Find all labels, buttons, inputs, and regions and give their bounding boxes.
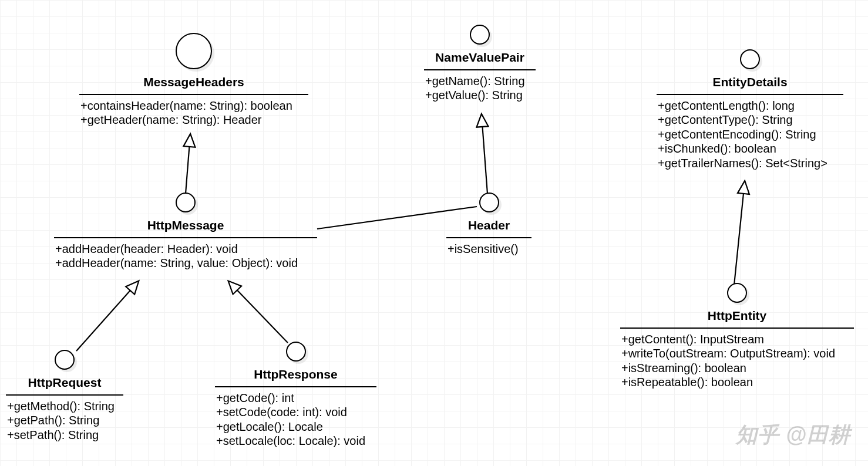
interface-icon: [727, 283, 747, 303]
gen-httpresponse-httpmessage: [229, 282, 288, 343]
method: +containsHeader(name: String): boolean: [80, 99, 307, 113]
watermark: 知乎 @田耕: [736, 421, 850, 450]
method: +addHeader(name: String, value: Object):…: [55, 256, 316, 270]
gen-header-namevaluepair: [482, 115, 487, 194]
class-name: HttpRequest: [6, 373, 123, 392]
interface-icon: [55, 350, 75, 370]
method: +isChunked(): boolean: [658, 141, 842, 156]
method: +setPath(): String: [7, 428, 122, 442]
method-list: +getMethod(): String +getPath(): String …: [6, 399, 123, 442]
method: +getValue(): String: [425, 88, 534, 102]
gen-httpentity-entitydetails: [734, 182, 745, 285]
method: +getCode(): int: [216, 391, 375, 405]
method-list: +containsHeader(name: String): boolean +…: [79, 99, 308, 127]
interface-icon: [286, 342, 306, 362]
class-name-value-pair: NameValuePair +getName(): String +getVal…: [424, 25, 536, 103]
method-list: +isSensitive(): [446, 242, 531, 256]
method: +getName(): String: [425, 74, 534, 88]
class-name: MessageHeaders: [79, 73, 308, 92]
method: +getContentLength(): long: [658, 99, 842, 113]
method-list: +getName(): String +getValue(): String: [424, 74, 536, 103]
interface-icon: [479, 193, 499, 212]
class-http-message: HttpMessage +addHeader(header: Header): …: [54, 193, 317, 271]
class-http-entity: HttpEntity +getContent(): InputStream +w…: [620, 283, 854, 390]
method: +getHeader(name: String): Header: [80, 113, 307, 127]
method: +isRepeatable(): boolean: [621, 375, 853, 389]
class-name: NameValuePair: [424, 48, 536, 67]
class-header: Header +isSensitive(): [446, 193, 531, 256]
method-list: +getContentLength(): long +getContentTyp…: [657, 99, 843, 170]
method: +isStreaming(): boolean: [621, 361, 853, 375]
method: +getContentType(): String: [658, 113, 842, 127]
class-name: HttpEntity: [620, 306, 854, 325]
class-entity-details: EntityDetails +getContentLength(): long …: [657, 49, 843, 170]
interface-icon: [176, 33, 212, 69]
method: +getLocale(): Locale: [216, 420, 375, 434]
method: +getContentEncoding(): String: [658, 127, 842, 141]
method: +addHeader(header: Header): void: [55, 242, 316, 256]
interface-icon: [740, 49, 760, 69]
method: +setLocale(loc: Locale): void: [216, 434, 375, 448]
method: +getMethod(): String: [7, 399, 122, 413]
method: +setCode(code: int): void: [216, 405, 375, 419]
method-list: +addHeader(header: Header): void +addHea…: [54, 242, 317, 271]
method: +getPath(): String: [7, 413, 122, 427]
interface-icon: [470, 25, 490, 45]
gen-httpmessage-messageheaders: [186, 135, 190, 194]
method: +getContent(): InputStream: [621, 332, 853, 346]
gen-httprequest-httpmessage: [76, 282, 138, 351]
method: +isSensitive(): [448, 242, 530, 256]
method-list: +getContent(): InputStream +writeTo(outS…: [620, 332, 854, 390]
method-list: +getCode(): int +setCode(code: int): voi…: [215, 391, 376, 448]
class-http-response: HttpResponse +getCode(): int +setCode(co…: [215, 342, 376, 448]
class-name: HttpResponse: [215, 365, 376, 384]
class-message-headers: MessageHeaders +containsHeader(name: Str…: [79, 33, 308, 127]
class-http-request: HttpRequest +getMethod(): String +getPat…: [6, 350, 123, 442]
method: +writeTo(outStream: OutputStream): void: [621, 346, 853, 360]
class-name: Header: [446, 216, 531, 235]
class-name: HttpMessage: [54, 216, 317, 235]
method: +getTrailerNames(): Set<String>: [658, 156, 842, 170]
interface-icon: [176, 193, 196, 212]
class-name: EntityDetails: [657, 73, 843, 92]
